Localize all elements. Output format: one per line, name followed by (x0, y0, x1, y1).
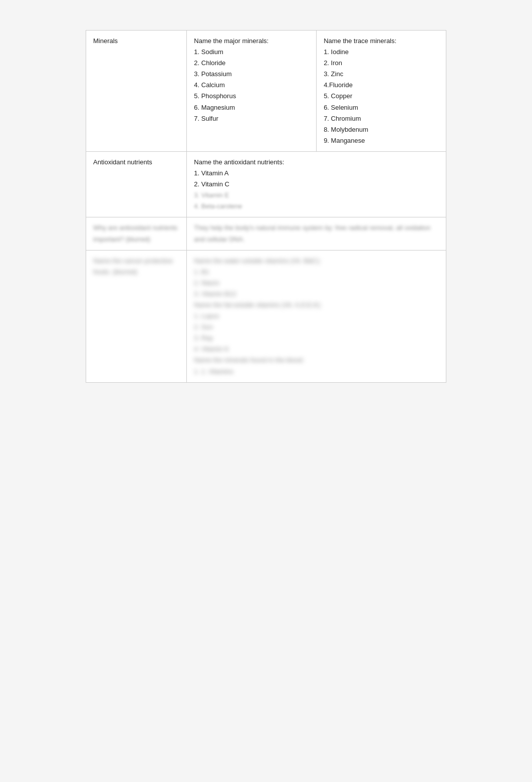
minerals-major-item-3: 3. Potassium (194, 69, 309, 80)
antioxidant-item-1: 1. Vitamin A (194, 168, 439, 179)
minerals-trace-item-4: 4.Fluoride (324, 80, 439, 91)
antioxidant-importance-content: They help the body's natural immune syst… (187, 217, 446, 250)
minerals-trace-item-9: 9. Manganese (324, 135, 439, 146)
antioxidant-importance-row: Why are antioxidant nutrients important?… (86, 217, 446, 250)
main-table: Minerals Name the major minerals: 1. Sod… (86, 30, 446, 383)
antioxidant-category: Antioxidant nutrients (86, 151, 187, 217)
minerals-major-item-5: 5. Phosphorus (194, 91, 309, 102)
minerals-trace-item-1: 1. Iodine (324, 47, 439, 58)
minerals-major-cell: Name the major minerals: 1. Sodium 2. Ch… (187, 31, 317, 152)
minerals-major-item-6: 6. Magnesium (194, 102, 309, 113)
minerals-trace-item-3: 3. Zinc (324, 69, 439, 80)
minerals-major-title: Name the major minerals: (194, 36, 309, 47)
minerals-major-item-1: 1. Sodium (194, 47, 309, 58)
antioxidant-item-2: 2. Vitamin C (194, 179, 439, 190)
antioxidant-content-cell: Name the antioxidant nutrients: 1. Vitam… (187, 151, 446, 217)
minerals-label: Minerals (93, 37, 118, 45)
antioxidant-title: Name the antioxidant nutrients: (194, 157, 439, 168)
minerals-trace-cell: Name the trace minerals: 1. Iodine 2. Ir… (317, 31, 446, 152)
minerals-major-item-2: 2. Chloride (194, 58, 309, 69)
minerals-trace-item-7: 7. Chromium (324, 113, 439, 124)
minerals-trace-item-5: 5. Copper (324, 91, 439, 102)
minerals-trace-title: Name the trace minerals: (324, 36, 439, 47)
minerals-major-item-4: 4. Calcium (194, 80, 309, 91)
minerals-trace-item-8: 8. Molybdenum (324, 124, 439, 135)
page-container: Minerals Name the major minerals: 1. Sod… (86, 30, 446, 383)
cancer-category: Name the cancer protective foods. (blurr… (86, 250, 187, 382)
antioxidant-item-3: 3. Vitamin E (194, 190, 439, 201)
minerals-row: Minerals Name the major minerals: 1. Sod… (86, 31, 446, 152)
antioxidant-importance-category: Why are antioxidant nutrients important?… (86, 217, 187, 250)
antioxidant-row: Antioxidant nutrients Name the antioxida… (86, 151, 446, 217)
antioxidant-label: Antioxidant nutrients (93, 158, 152, 166)
cancer-content: Name the water-soluble vitamins (Vit. B&… (187, 250, 446, 382)
minerals-major-item-7: 7. Sulfur (194, 113, 309, 124)
minerals-trace-item-2: 2. Iron (324, 58, 439, 69)
antioxidant-item-4: 4. Beta-carotene (194, 201, 439, 212)
cancer-protective-row: Name the cancer protective foods. (blurr… (86, 250, 446, 382)
minerals-category: Minerals (86, 31, 187, 152)
minerals-trace-item-6: 6. Selenium (324, 102, 439, 113)
